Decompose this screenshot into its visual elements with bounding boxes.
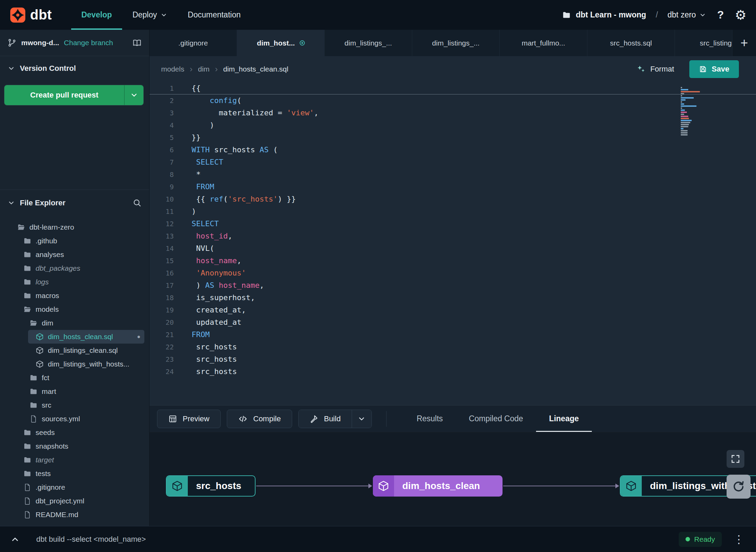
lineage-node-dim-hosts-clean[interactable]: dim_hosts_clean xyxy=(373,475,503,497)
format-button[interactable]: Format xyxy=(636,65,674,74)
breadcrumb: models›dim›dim_hosts_clean.sql xyxy=(161,65,288,73)
code-line[interactable]: 12SELECT xyxy=(149,218,756,230)
code-line[interactable]: 11) xyxy=(149,205,756,218)
code-line[interactable]: 4 ) xyxy=(149,119,756,131)
code-line[interactable]: 20 updated_at xyxy=(149,316,756,329)
build-button[interactable]: Build xyxy=(299,410,352,428)
gear-icon[interactable]: ⚙ xyxy=(735,9,746,22)
code-line[interactable]: 17 ) AS host_name, xyxy=(149,279,756,292)
code-line[interactable]: 16 'Anonymous' xyxy=(149,267,756,279)
tree-item-dim-listings-with-hosts[interactable]: dim_listings_with_hosts... xyxy=(0,357,149,371)
minimap-line xyxy=(681,116,688,117)
tree-item-github[interactable]: .github xyxy=(0,234,149,248)
code-line[interactable]: 7 SELECT xyxy=(149,156,756,168)
model-cube-icon xyxy=(36,333,44,341)
nav-documentation[interactable]: Documentation xyxy=(178,0,251,30)
minimap-line xyxy=(681,97,694,99)
file-explorer-title: File Explorer xyxy=(20,198,65,207)
create-pr-dropdown-button[interactable] xyxy=(124,85,143,105)
kebab-menu-icon[interactable]: ⋮ xyxy=(732,534,746,545)
code-line[interactable]: 21FROM xyxy=(149,329,756,341)
tree-item-tests[interactable]: tests xyxy=(0,467,149,480)
command-input[interactable]: dbt build --select <model_name> xyxy=(36,535,146,544)
environment-selector[interactable]: dbt zero xyxy=(667,10,706,20)
change-branch-link[interactable]: Change branch xyxy=(64,39,113,47)
build-dropdown-button[interactable] xyxy=(352,410,372,428)
code-line[interactable]: 5}} xyxy=(149,131,756,144)
search-icon[interactable] xyxy=(132,198,142,207)
code-line[interactable]: 22 src_hosts xyxy=(149,341,756,353)
tree-item-sources-yml[interactable]: sources.yml xyxy=(0,412,149,426)
tree-item-fct[interactable]: fct xyxy=(0,371,149,385)
code-line[interactable]: 6WITH src_hosts AS ( xyxy=(149,144,756,156)
tree-item-dim-listings-clean-sql[interactable]: dim_listings_clean.sql xyxy=(0,344,149,357)
new-tab-button[interactable]: + xyxy=(732,30,756,56)
code-line[interactable]: 24 src_hosts xyxy=(149,365,756,378)
code-line[interactable]: 13 host_id, xyxy=(149,230,756,242)
preview-button[interactable]: Preview xyxy=(157,410,221,428)
tab-gitignore[interactable]: .gitignore xyxy=(149,30,237,56)
code-editor[interactable]: 1{{2 config(3 materialized = 'view',4 )5… xyxy=(149,82,756,405)
code-line[interactable]: 14 NVL( xyxy=(149,242,756,255)
fullscreen-button[interactable] xyxy=(727,450,744,468)
tree-item-dim[interactable]: dim xyxy=(0,316,149,330)
tree-item-readme-md[interactable]: README.md xyxy=(0,508,149,522)
chevron-up-icon[interactable] xyxy=(10,535,20,544)
tree-item-dim-hosts-clean-sql[interactable]: dim_hosts_clean.sql• xyxy=(28,330,144,344)
version-control-header[interactable]: Version Control xyxy=(0,56,149,81)
code-line[interactable]: 10 {{ ref('src_hosts') }} xyxy=(149,193,756,205)
chevron-down-icon xyxy=(357,415,366,423)
lineage-node-src-hosts[interactable]: src_hosts xyxy=(166,475,256,497)
tab-dim-host[interactable]: dim_host... xyxy=(237,30,325,56)
tree-item-analyses[interactable]: analyses xyxy=(0,248,149,261)
tree-item-snapshots[interactable]: snapshots xyxy=(0,439,149,453)
tab-dim-listings[interactable]: dim_listings_... xyxy=(412,30,500,56)
file-explorer-header[interactable]: File Explorer xyxy=(0,190,149,216)
code-text: WITH src_hosts AS ( xyxy=(179,144,278,156)
tree-item-gitignore[interactable]: .gitignore xyxy=(0,480,149,494)
refresh-button[interactable] xyxy=(727,475,751,499)
tree-item-mart[interactable]: mart xyxy=(0,385,149,398)
nav-deploy[interactable]: Deploy xyxy=(122,0,178,30)
help-icon[interactable]: ? xyxy=(716,9,725,21)
breadcrumb-item[interactable]: dim_hosts_clean.sql xyxy=(223,65,288,73)
tree-item-dbt-packages[interactable]: dbt_packages xyxy=(0,261,149,275)
code-line[interactable]: 8 * xyxy=(149,168,756,181)
code-line[interactable]: 2 config( xyxy=(149,94,756,107)
code-line[interactable]: 23 src_hosts xyxy=(149,353,756,365)
code-line[interactable]: 19 created_at, xyxy=(149,304,756,316)
panel-tab-compiled-code[interactable]: Compiled Code xyxy=(456,406,536,432)
create-pr-button[interactable]: Create pull request xyxy=(4,85,124,105)
tab-dim-listings[interactable]: dim_listings_... xyxy=(325,30,412,56)
tree-item-models[interactable]: models xyxy=(0,303,149,316)
editor-tabs: .gitignoredim_host...dim_listings_...dim… xyxy=(149,30,732,56)
minimap[interactable] xyxy=(681,87,716,136)
dbt-logo[interactable]: dbt xyxy=(10,7,52,23)
code-line[interactable]: 3 materialized = 'view', xyxy=(149,107,756,119)
code-line[interactable]: 9 FROM xyxy=(149,181,756,193)
nav-develop[interactable]: Develop xyxy=(71,0,122,30)
code-line[interactable]: 1{{ xyxy=(149,82,756,94)
code-line[interactable]: 18 is_superhost, xyxy=(149,292,756,304)
minimap-line xyxy=(681,103,684,105)
tab-mart-fullmo[interactable]: mart_fullmo... xyxy=(500,30,587,56)
save-button[interactable]: Save xyxy=(689,60,739,78)
code-line[interactable]: 15 host_name, xyxy=(149,255,756,267)
line-number: 11 xyxy=(149,205,179,218)
tree-item-logs[interactable]: logs xyxy=(0,275,149,289)
tree-item-dbt-project-yml[interactable]: dbt_project.yml xyxy=(0,494,149,508)
panel-tab-lineage[interactable]: Lineage xyxy=(536,406,592,432)
tab-src-hosts-sql[interactable]: src_hosts.sql xyxy=(587,30,675,56)
tree-item-target[interactable]: target xyxy=(0,453,149,467)
book-icon[interactable] xyxy=(132,38,142,48)
tree-item-src[interactable]: src xyxy=(0,398,149,412)
breadcrumb-item[interactable]: dim xyxy=(198,65,210,73)
tree-item-seeds[interactable]: seeds xyxy=(0,426,149,439)
tree-item-dbt-learn-zero[interactable]: dbt-learn-zero xyxy=(0,220,149,234)
breadcrumb-item[interactable]: models xyxy=(161,65,184,73)
tree-item-macros[interactable]: macros xyxy=(0,289,149,303)
project-selector[interactable]: dbt Learn - mwong xyxy=(562,10,646,20)
panel-tab-results[interactable]: Results xyxy=(404,406,456,432)
tab-src-listings[interactable]: src_listings. xyxy=(675,30,732,56)
compile-button[interactable]: Compile xyxy=(227,410,292,428)
